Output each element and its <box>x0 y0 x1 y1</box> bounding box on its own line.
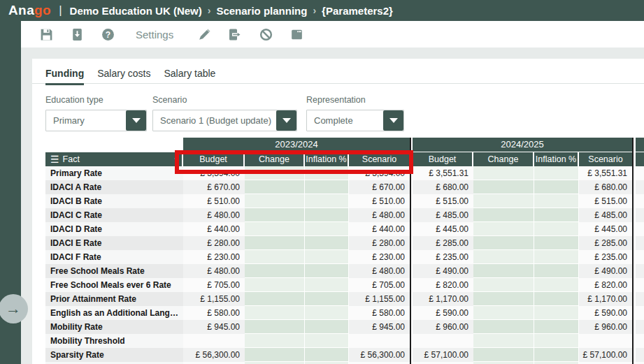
breadcrumb-item-module[interactable]: Scenario planning <box>216 5 307 17</box>
change-input-cell-2023[interactable] <box>245 166 305 180</box>
inflation-input-cell-2023[interactable] <box>305 264 349 278</box>
sidebar-expand-button[interactable]: → <box>0 294 28 323</box>
inflation-input-cell-2023[interactable] <box>305 334 349 348</box>
fact-filter-icon[interactable]: ▾ <box>174 152 178 166</box>
change-input-cell-2024[interactable] <box>473 292 534 306</box>
change-input-cell-2023[interactable] <box>245 222 305 236</box>
change-input-cell-2023[interactable] <box>245 236 305 250</box>
inflation-input-cell-2023[interactable] <box>305 348 349 362</box>
budget-column-header-2023[interactable]: Budget <box>183 152 245 166</box>
inflation-input-cell-2023[interactable] <box>305 306 349 320</box>
fact-header-label: Fact <box>63 152 80 166</box>
block-button[interactable] <box>257 26 274 43</box>
change-input-cell-2024[interactable] <box>473 166 534 180</box>
fact-column-header[interactable]: ☰ Fact ▾ <box>45 152 183 166</box>
change-input-cell-2023[interactable] <box>245 264 305 278</box>
inflation-input-cell-2023[interactable] <box>305 222 349 236</box>
change-input-cell-2024[interactable] <box>473 194 534 208</box>
change-input-cell-2023[interactable] <box>245 306 305 320</box>
change-input-cell-2023[interactable] <box>245 334 305 348</box>
inflation-input-cell-2024[interactable] <box>534 306 579 320</box>
anago-logo[interactable]: Anago <box>8 3 51 18</box>
change-input-cell-2024[interactable] <box>473 348 534 362</box>
edit-button[interactable] <box>196 26 213 43</box>
chevron-down-icon[interactable] <box>126 110 146 131</box>
change-input-cell-2024[interactable] <box>473 222 534 236</box>
inflation-column-header-2023[interactable]: Inflation % <box>305 152 349 166</box>
change-input-cell-2023[interactable] <box>245 348 305 362</box>
inflation-input-cell-2024[interactable] <box>534 236 579 250</box>
education-type-select[interactable]: Primary <box>45 110 147 131</box>
inflation-input-cell-2023[interactable] <box>305 320 349 334</box>
menu-icon[interactable]: ☰ <box>50 152 59 166</box>
chevron-down-icon[interactable] <box>276 110 296 131</box>
inflation-input-cell-2024[interactable] <box>534 278 579 292</box>
inflation-input-cell-2023[interactable] <box>305 208 349 222</box>
scenario-select[interactable]: Scenario 1 (Budget update) <box>152 110 297 131</box>
scenario-column-header-2024[interactable]: Scenario <box>579 152 632 166</box>
inflation-input-cell-2024[interactable] <box>534 180 579 194</box>
change-input-cell-2024[interactable] <box>473 306 534 320</box>
inflation-input-cell-2024[interactable] <box>534 348 579 362</box>
change-input-cell-2023[interactable] <box>245 180 305 194</box>
scenario-cell-2023: £ 440.00 <box>349 222 410 236</box>
inflation-input-cell-2023[interactable] <box>305 278 349 292</box>
table-row: IDACI C Rate £ 480.00 £ 480.00 £ 485.00 … <box>45 208 644 222</box>
inflation-input-cell-2024[interactable] <box>534 292 579 306</box>
change-input-cell-2023[interactable] <box>245 250 305 264</box>
inflation-input-cell-2023[interactable] <box>305 194 349 208</box>
save-button[interactable] <box>38 26 55 43</box>
representation-select[interactable]: Complete <box>306 110 404 131</box>
scenario-cell-2023: £ 3,394.00 <box>349 166 410 180</box>
change-input-cell-2024[interactable] <box>473 236 534 250</box>
scenario-column-header-2023[interactable]: Scenario <box>349 152 410 166</box>
window-button[interactable] <box>288 26 305 43</box>
change-input-cell-2024[interactable] <box>473 278 534 292</box>
change-column-header-2023[interactable]: Change <box>245 152 305 166</box>
change-input-cell-2024[interactable] <box>473 250 534 264</box>
inflation-input-cell-2024[interactable] <box>534 320 579 334</box>
inflation-input-cell-2024[interactable] <box>534 334 579 348</box>
fact-cell: IDACI A Rate <box>45 180 183 194</box>
export-button[interactable] <box>227 26 243 43</box>
tab-salary-table[interactable]: Salary table <box>164 68 215 85</box>
inflation-input-cell-2024[interactable] <box>534 194 579 208</box>
breadcrumb-item-client[interactable]: Demo Education UK (New) <box>70 5 202 17</box>
scenario-cell-2024 <box>579 334 632 348</box>
change-input-cell-2024[interactable] <box>473 320 534 334</box>
download-button[interactable] <box>69 26 85 43</box>
tab-funding[interactable]: Funding <box>45 68 84 85</box>
inflation-input-cell-2023[interactable] <box>305 166 349 180</box>
help-button[interactable]: ? <box>99 26 116 43</box>
breadcrumb-item-page[interactable]: {Parameters2} <box>322 5 393 17</box>
inflation-input-cell-2024[interactable] <box>534 250 579 264</box>
change-input-cell-2024[interactable] <box>473 208 534 222</box>
inflation-column-header-2024[interactable]: Inflation % <box>534 152 579 166</box>
change-input-cell-2024[interactable] <box>473 180 534 194</box>
change-column-header-2024[interactable]: Change <box>473 152 534 166</box>
inflation-input-cell-2024[interactable] <box>534 264 579 278</box>
table-row: Mobility Threshold <box>45 334 644 348</box>
change-input-cell-2023[interactable] <box>245 320 305 334</box>
inflation-input-cell-2024[interactable] <box>534 208 579 222</box>
tab-salary-costs[interactable]: Salary costs <box>97 68 150 85</box>
inflation-input-cell-2024[interactable] <box>534 222 579 236</box>
settings-button[interactable]: Settings <box>136 29 173 41</box>
table-row: Sparsity Rate £ 56,300.00 £ 56,300.00 £ … <box>45 348 644 362</box>
change-input-cell-2024[interactable] <box>473 334 534 348</box>
change-input-cell-2023[interactable] <box>245 208 305 222</box>
chevron-down-icon[interactable] <box>383 110 403 131</box>
inflation-input-cell-2023[interactable] <box>305 250 349 264</box>
change-input-cell-2023[interactable] <box>245 278 305 292</box>
scenario-cell-2023: £ 670.00 <box>349 180 410 194</box>
change-input-cell-2024[interactable] <box>473 264 534 278</box>
inflation-input-cell-2023[interactable] <box>305 292 349 306</box>
inflation-input-cell-2023[interactable] <box>305 236 349 250</box>
change-input-cell-2023[interactable] <box>245 194 305 208</box>
change-input-cell-2023[interactable] <box>245 292 305 306</box>
budget-column-header-2024[interactable]: Budget <box>413 152 473 166</box>
fact-cell: IDACI C Rate <box>45 208 183 222</box>
help-icon: ? <box>101 27 115 42</box>
inflation-input-cell-2023[interactable] <box>305 180 349 194</box>
inflation-input-cell-2024[interactable] <box>534 166 579 180</box>
